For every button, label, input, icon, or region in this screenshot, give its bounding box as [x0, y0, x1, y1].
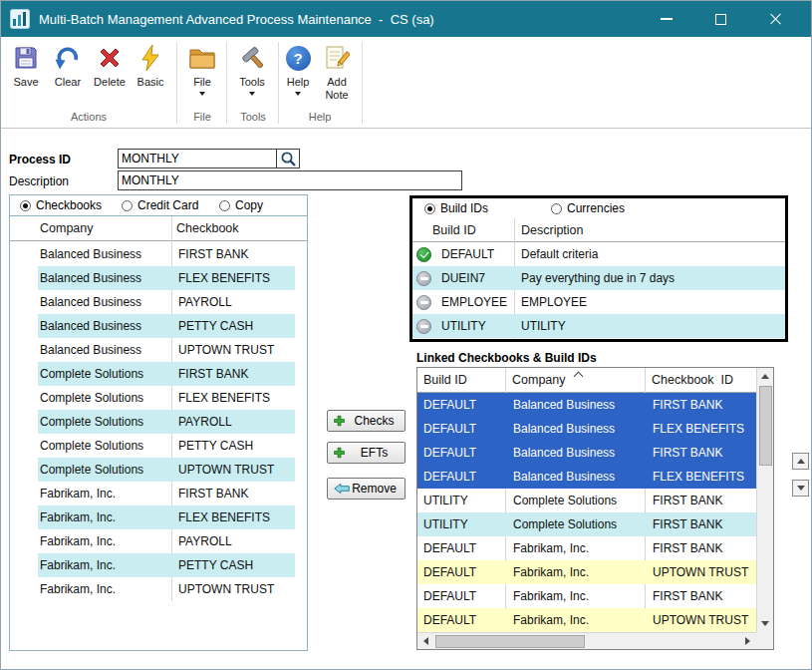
build-row[interactable]: DEFAULTDefault criteria: [412, 242, 785, 266]
checkbook-row[interactable]: Complete SolutionsUPTOWN TRUST: [38, 458, 295, 482]
lookup-button[interactable]: [276, 149, 300, 168]
linked-row[interactable]: DEFAULTFabrikam, Inc.UPTOWN TRUST: [417, 560, 756, 584]
checkbook-row[interactable]: Fabrikam, Inc.FIRST BANK: [38, 482, 295, 505]
radio-selected-icon: [424, 203, 435, 214]
column-header-build-id[interactable]: Build ID: [423, 373, 467, 387]
linked-row[interactable]: DEFAULTBalanced BusinessFLEX BENEFITS: [417, 417, 756, 441]
file-menu-button[interactable]: File: [182, 42, 222, 108]
delete-button[interactable]: Delete: [89, 42, 131, 108]
company-cell: Balanced Business: [38, 271, 174, 285]
horizontal-scrollbar[interactable]: [417, 632, 756, 649]
checkbook-cell: PETTY CASH: [174, 558, 295, 572]
build-id-cell: DUEIN7: [431, 271, 511, 285]
company-cell: Fabrikam, Inc.: [38, 487, 174, 501]
delete-label: Delete: [94, 76, 126, 89]
checkbook-row[interactable]: Balanced BusinessFLEX BENEFITS: [38, 266, 295, 290]
company-cell: Balanced Business: [506, 422, 646, 436]
linked-row[interactable]: UTILITYComplete SolutionsFIRST BANK: [417, 512, 756, 536]
help-button[interactable]: Help: [280, 42, 316, 108]
linked-row[interactable]: DEFAULTBalanced BusinessFIRST BANK: [417, 393, 756, 417]
checkbook-cell: FLEX BENEFITS: [174, 391, 295, 405]
scroll-left-button[interactable]: [417, 633, 434, 649]
move-row-down-button[interactable]: [792, 480, 809, 497]
checkbook-row[interactable]: Balanced BusinessFIRST BANK: [38, 242, 295, 266]
radio-currencies[interactable]: Currencies: [551, 201, 625, 215]
vertical-scrollbar[interactable]: [756, 368, 773, 632]
move-row-up-button[interactable]: [792, 453, 809, 470]
checkbook-row[interactable]: Complete SolutionsPAYROLL: [38, 410, 295, 434]
basic-button[interactable]: Basic: [129, 42, 172, 108]
save-button[interactable]: Save: [5, 42, 47, 108]
linked-row[interactable]: DEFAULTFabrikam, Inc.UPTOWN TRUST: [417, 608, 756, 632]
checkbook-cell: FIRST BANK: [646, 446, 756, 460]
add-note-button[interactable]: Add Note: [316, 42, 358, 108]
column-header-build-id[interactable]: Build ID: [432, 223, 476, 237]
checkbook-row[interactable]: Complete SolutionsPETTY CASH: [38, 434, 295, 458]
linked-row[interactable]: DEFAULTFabrikam, Inc.FIRST BANK: [417, 584, 756, 608]
radio-label: Checkbooks: [36, 198, 102, 212]
close-button[interactable]: [748, 1, 803, 37]
checkbooks-header-row: Company Checkbook: [10, 216, 307, 241]
delete-x-icon: [97, 42, 123, 74]
build-header-row: Build ID Description: [412, 218, 785, 242]
build-row[interactable]: EMPLOYEEEMPLOYEE: [412, 290, 785, 314]
scroll-up-button[interactable]: [757, 368, 773, 385]
build-id-cell: DEFAULT: [417, 541, 506, 555]
checkbook-cell: FIRST BANK: [174, 247, 295, 261]
linked-header-row: Build ID Company Checkbook ID: [417, 368, 756, 393]
column-header-company[interactable]: Company: [512, 373, 566, 387]
radio-build-ids[interactable]: Build IDs: [424, 201, 488, 215]
checkbook-row[interactable]: Complete SolutionsFLEX BENEFITS: [38, 386, 295, 410]
linked-row[interactable]: DEFAULTBalanced BusinessFIRST BANK: [417, 441, 756, 465]
radio-label: Build IDs: [440, 201, 488, 215]
checkbook-cell: UPTOWN TRUST: [174, 463, 295, 477]
checks-button[interactable]: Checks: [327, 410, 406, 432]
checkbook-row[interactable]: Fabrikam, Inc.PETTY CASH: [38, 553, 295, 577]
checkbook-row[interactable]: Fabrikam, Inc.FLEX BENEFITS: [38, 505, 295, 529]
maximize-button[interactable]: [693, 1, 748, 37]
linked-row[interactable]: UTILITYComplete SolutionsFIRST BANK: [417, 489, 756, 512]
radio-checkbooks[interactable]: Checkbooks: [20, 198, 102, 212]
close-icon: [769, 12, 783, 26]
checkbook-row[interactable]: Balanced BusinessUPTOWN TRUST: [38, 338, 295, 362]
remove-button[interactable]: Remove: [327, 478, 406, 500]
build-row[interactable]: UTILITYUTILITY: [412, 314, 785, 338]
radio-copy[interactable]: Copy: [219, 198, 263, 212]
company-cell: Fabrikam, Inc.: [38, 582, 174, 596]
ribbon-separator: [362, 42, 363, 124]
minimize-button[interactable]: [639, 1, 693, 37]
build-id-cell: UTILITY: [417, 494, 506, 507]
checkbook-row[interactable]: Complete SolutionsFIRST BANK: [38, 362, 295, 386]
vertical-scroll-thumb[interactable]: [759, 386, 772, 466]
ribbon-group-file: File: [178, 111, 226, 123]
window-controls: [639, 1, 803, 37]
column-header-company[interactable]: Company: [40, 221, 94, 235]
checkbook-row[interactable]: Fabrikam, Inc.UPTOWN TRUST: [38, 577, 295, 601]
clear-label: Clear: [55, 76, 81, 89]
scroll-down-button[interactable]: [757, 615, 773, 632]
build-row[interactable]: DUEIN7Pay everything due in 7 days: [412, 266, 785, 290]
linked-row[interactable]: DEFAULTBalanced BusinessFLEX BENEFITS: [417, 465, 756, 489]
company-cell: Fabrikam, Inc.: [38, 510, 174, 524]
radio-label: Currencies: [567, 201, 625, 215]
checkbook-row[interactable]: Fabrikam, Inc.PAYROLL: [38, 529, 295, 553]
checkbook-row[interactable]: Balanced BusinessPETTY CASH: [38, 314, 295, 338]
description-input[interactable]: [118, 170, 462, 190]
file-label: File: [193, 76, 211, 89]
company-cell: Complete Solutions: [38, 463, 174, 477]
linked-row[interactable]: DEFAULTFabrikam, Inc.FIRST BANK: [417, 536, 756, 560]
scroll-right-button[interactable]: [739, 633, 756, 649]
horizontal-scroll-thumb[interactable]: [435, 635, 585, 648]
checkbook-row[interactable]: Balanced BusinessPAYROLL: [38, 290, 295, 314]
minus-circle-icon: [416, 295, 431, 310]
tools-menu-button[interactable]: Tools: [230, 42, 274, 108]
clear-button[interactable]: Clear: [47, 42, 89, 108]
column-header-checkbook-id[interactable]: Checkbook ID: [652, 373, 733, 387]
process-id-input[interactable]: [118, 149, 277, 168]
column-header-checkbook[interactable]: Checkbook: [176, 221, 239, 235]
note-pencil-icon: [324, 42, 350, 74]
efts-button[interactable]: EFTs: [327, 442, 406, 464]
radio-label: Credit Card: [137, 198, 198, 212]
radio-credit-card[interactable]: Credit Card: [122, 198, 198, 212]
column-header-description[interactable]: Description: [521, 223, 584, 237]
